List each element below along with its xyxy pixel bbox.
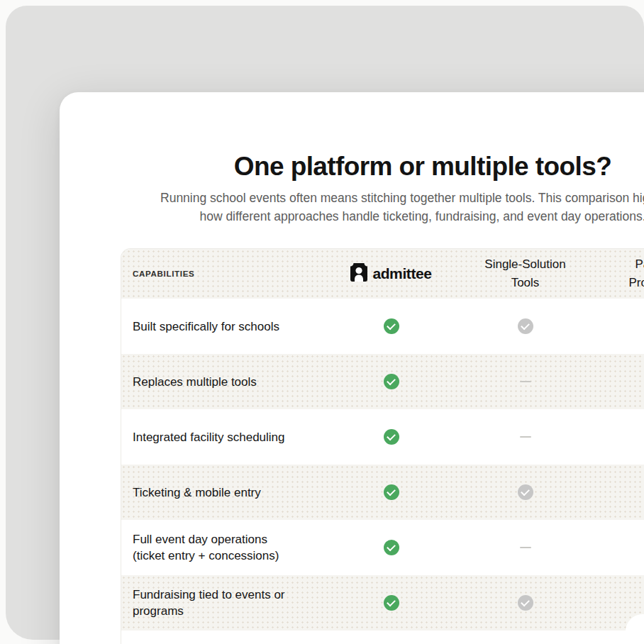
status-check-icon [384, 318, 399, 334]
page-subtitle: Running school events often means stitch… [60, 189, 644, 226]
status-dash-icon [520, 547, 531, 549]
status-check-icon [384, 540, 399, 555]
status-check-icon [384, 595, 399, 611]
page-title: One platform or multiple tools? [60, 152, 644, 181]
admittee-brand-lockup: admittee [350, 263, 431, 284]
status-check-icon [518, 484, 533, 500]
column-header-single-solution-tools: Single-Solution Tools [458, 249, 592, 299]
status-check-icon [518, 595, 533, 611]
status-check-icon [384, 484, 399, 500]
capability-label: Integrated facility scheduling [121, 409, 324, 465]
capability-label: Ticketing & mobile entry [121, 465, 324, 520]
admittee-wordmark: admittee [372, 265, 431, 282]
capability-label: Fundraising tied to events or programs [121, 575, 324, 631]
table-row: Fundraising tied to events or programs [121, 575, 644, 631]
table-header-row: CAPABILITIES admittee Single-Solu [121, 249, 644, 299]
table-row-partial [121, 631, 644, 644]
status-check-icon [518, 318, 533, 334]
capability-label: Built specifically for schools [121, 299, 324, 354]
table-row: Built specifically for schools [121, 299, 644, 354]
status-check-icon [384, 429, 399, 445]
capability-label [121, 631, 324, 644]
content-card: One platform or multiple tools? Running … [60, 92, 644, 644]
table-row: Full event day operations (ticket entry … [121, 520, 644, 575]
subtitle-line-2: how different approaches handle ticketin… [60, 207, 644, 226]
table-row: Integrated facility scheduling [121, 409, 644, 465]
admittee-logo-icon [350, 263, 367, 284]
subtitle-line-1: Running school events often means stitch… [60, 189, 644, 207]
capability-label: Full event day operations (ticket entry … [121, 520, 324, 575]
status-dash-icon [520, 436, 531, 438]
column-header-admittee: admittee [324, 249, 458, 299]
column-header-third-party: Payment Processors [592, 249, 644, 299]
table-row: Ticketing & mobile entry [121, 465, 644, 520]
column-header-capabilities: CAPABILITIES [121, 249, 324, 299]
capability-label: Replaces multiple tools [121, 354, 324, 409]
content-column: One platform or multiple tools? Running … [60, 92, 644, 644]
comparison-table: CAPABILITIES admittee Single-Solu [121, 248, 644, 644]
status-dash-icon [520, 381, 531, 383]
status-check-icon [384, 374, 399, 389]
table-row: Replaces multiple tools [121, 354, 644, 409]
